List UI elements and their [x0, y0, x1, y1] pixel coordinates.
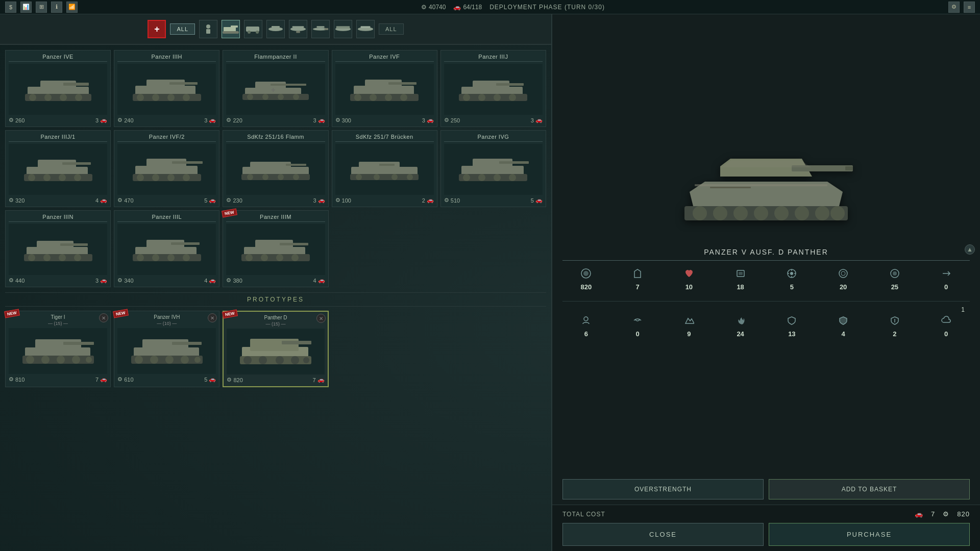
unit-card-panzer-ive[interactable]: Panzer IVE ⚙260 3🚗 [5, 50, 111, 127]
overstrength-btn[interactable]: OVERSTRENGTH [562, 479, 764, 499]
grid-icon[interactable]: ⊞ [36, 2, 47, 13]
remove-panther-btn[interactable]: ✕ [316, 314, 326, 323]
coin-icon-bottom: ⚙ [943, 510, 949, 518]
stat-health: 10 [666, 268, 713, 291]
filter-all-btn[interactable]: ALL [170, 23, 195, 35]
top-bar-right: ⚙ ≡ [948, 2, 975, 13]
svg-rect-171 [739, 272, 743, 275]
stat-supply-icon [581, 315, 591, 328]
currency-icon[interactable]: $ [5, 2, 16, 13]
settings-icon[interactable]: ⚙ [948, 2, 960, 13]
svg-rect-137 [172, 342, 202, 345]
unit-stats-panzer-iiij1: ⚙320 4🚗 [9, 197, 107, 204]
basket-card-panzer-ivh[interactable]: NEW ✕ Panzer IVH — (10) — [114, 311, 219, 387]
svg-rect-1 [206, 29, 210, 34]
svg-rect-64 [62, 162, 91, 165]
preview-unit-name: PANZER V AUSF. D PANTHER [562, 248, 970, 261]
svg-point-108 [74, 254, 81, 261]
filter-transport[interactable] [334, 20, 352, 38]
menu-icon[interactable]: ≡ [964, 2, 975, 13]
svg-point-59 [494, 94, 501, 101]
scroll-up-btn[interactable]: ▲ [965, 244, 975, 255]
unit-image-panzer-iiih [117, 64, 216, 115]
stat-speed-val: 0 [944, 283, 948, 291]
svg-point-169 [583, 271, 589, 276]
unit-card-panzer-iiim[interactable]: NEW Panzer IIIM ⚙380 4🚗 [223, 210, 328, 287]
stat-health-icon [684, 268, 694, 281]
stat-sight: 25 [871, 268, 919, 291]
unit-card-flammpanzer[interactable]: Flammpanzer II ✛ ⚙220 3🚗 [223, 50, 328, 127]
svg-point-32 [137, 94, 144, 101]
svg-point-7 [256, 31, 259, 34]
stat-fuel-val: 7 [636, 283, 640, 291]
purchase-btn[interactable]: PURCHASE [769, 523, 970, 546]
svg-point-164 [830, 206, 845, 220]
svg-point-133 [86, 357, 92, 363]
unit-card-panzer-ivf2[interactable]: Panzer IVF/2 ⚙470 5🚗 [114, 130, 219, 207]
unit-card-panzer-iiin[interactable]: Panzer IIIN ⚙440 3🚗 [5, 210, 111, 287]
filter-fighter[interactable] [311, 20, 330, 38]
svg-point-107 [59, 254, 66, 261]
unit-card-panzer-ivg[interactable]: Panzer IVG ⚙510 5🚗 [440, 130, 546, 207]
info-icon[interactable]: ℹ [51, 2, 62, 13]
svg-point-140 [165, 356, 174, 364]
unit-card-sdkfz-brucken[interactable]: SdKfz 251/7 Brücken ⚙100 2🚗 [332, 130, 437, 207]
svg-point-75 [167, 174, 175, 181]
action-buttons: OVERSTRENGTH ADD TO BASKET [552, 474, 980, 505]
stat-range-val: 20 [840, 283, 847, 291]
basket-strength-panther: — (15) — [227, 321, 324, 327]
bottom-buttons: CLOSE PURCHASE [562, 523, 970, 546]
unit-card-sdkfz-flamm[interactable]: SdKfz 251/16 Flamm ⚙230 3🚗 [223, 130, 328, 207]
unit-card-panzer-iiih[interactable]: Panzer IIIH ⚙240 3🚗 [114, 50, 219, 127]
filter-all-types-btn[interactable]: ALL [379, 23, 404, 35]
svg-point-130 [41, 356, 50, 364]
filter-bomber[interactable] [289, 20, 307, 38]
svg-point-113 [137, 254, 144, 261]
svg-rect-112 [171, 242, 200, 245]
svg-point-6 [248, 31, 251, 34]
add-to-basket-btn[interactable]: ADD TO BASKET [769, 479, 970, 499]
unit-image-sdkfz-flamm [226, 144, 325, 195]
stat-terrain: 9 [666, 315, 713, 338]
unit-card-panzer-iiij[interactable]: Panzer IIIJ ⚙250 3🚗 [440, 50, 546, 127]
unit-card-panzer-iiil[interactable]: Panzer IIIL ⚙340 4🚗 [114, 210, 219, 287]
svg-point-147 [243, 356, 252, 364]
svg-point-68 [74, 174, 81, 181]
stat-shield: 4 [820, 315, 867, 338]
total-cost-row: TOTAL COST 🚗 7 ⚙ 820 [562, 510, 970, 518]
basket-card-panther-d[interactable]: NEW ✕ Panther D — (15) — [223, 311, 328, 387]
filter-tank[interactable] [222, 20, 240, 38]
svg-point-51 [385, 94, 392, 101]
signal-icon[interactable]: 📶 [66, 2, 78, 13]
filter-vehicle[interactable] [244, 20, 262, 38]
supply-value: 40740 [429, 4, 446, 11]
stat-speed: 0 [922, 268, 970, 291]
stats-icon[interactable]: 📊 [20, 2, 32, 13]
unit-image-panzer-iiim [226, 224, 325, 275]
stat-cloud-val: 0 [944, 330, 948, 338]
filter-infantry[interactable] [199, 20, 217, 38]
stat-shield-val: 4 [842, 330, 845, 338]
svg-rect-39 [271, 84, 306, 86]
unit-stats-panzer-iiil: ⚙340 4🚗 [117, 277, 216, 284]
stat-shield2: 2 [871, 315, 919, 338]
svg-point-157 [693, 206, 707, 220]
main-content: Panzer IVE ⚙260 3🚗 Panzer I [0, 45, 551, 551]
filter-plane[interactable] [266, 20, 285, 38]
svg-point-123 [276, 254, 283, 261]
basket-image-panther [227, 329, 324, 374]
svg-point-124 [291, 254, 299, 261]
close-btn[interactable]: CLOSE [562, 523, 764, 546]
filter-support[interactable] [356, 20, 375, 38]
unit-card-panzer-iiij1[interactable]: Panzer IIIJ/1 ⚙320 4🚗 [5, 130, 111, 207]
unit-image-panzer-ivf2 [117, 144, 216, 195]
unit-stats-sdkfz-brucken: ⚙100 2🚗 [335, 197, 434, 204]
svg-point-76 [183, 174, 190, 181]
basket-card-tiger-i[interactable]: NEW ✕ Tiger I — (15) — [5, 311, 111, 387]
total-cost-label: TOTAL COST [562, 511, 605, 518]
unit-stats-panzer-iiih: ⚙240 3🚗 [117, 117, 216, 123]
unit-card-panzer-ivf[interactable]: Panzer IVF ⚙300 3🚗 [332, 50, 437, 127]
stat-fuel: 7 [614, 268, 662, 291]
faction-badge[interactable]: + [148, 20, 166, 38]
unit-stats-sdkfz-flamm: ⚙230 3🚗 [226, 197, 325, 204]
